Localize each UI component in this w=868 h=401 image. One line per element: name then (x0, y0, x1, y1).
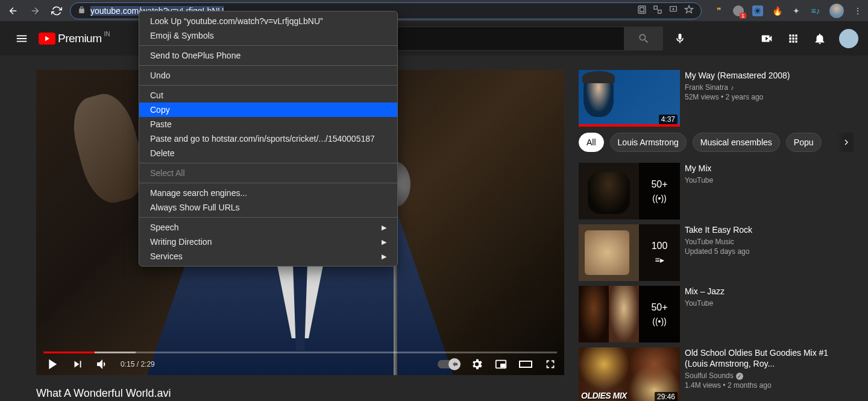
chip-ensembles[interactable]: Musical ensembles (693, 133, 780, 152)
related-title: Take It Easy Rock (685, 224, 854, 235)
play-button[interactable] (43, 356, 60, 373)
mix-count: 50+ (651, 302, 667, 313)
ctx-manage-search[interactable]: Manage search engines... (139, 186, 397, 200)
thumbnail: 100 ≡▸ (579, 224, 680, 281)
apps-button[interactable] (786, 31, 800, 46)
profile-avatar[interactable] (829, 4, 844, 18)
duration-badge: 4:37 (659, 115, 678, 124)
browser-menu-icon[interactable]: ⋮ (852, 5, 863, 16)
ctx-paste-go[interactable]: Paste and go to hotstar.com/in/sports/cr… (139, 131, 397, 146)
ctx-select-all[interactable]: Select All (139, 166, 397, 180)
theater-button[interactable] (518, 357, 533, 371)
install-icon[interactable] (668, 5, 678, 17)
playlist-icon: ≡▸ (655, 255, 664, 265)
player-controls: 0:15 / 2:29 (36, 353, 564, 375)
duration-badge: 29:46 (655, 392, 678, 401)
reload-button[interactable] (48, 2, 65, 19)
related-video[interactable]: 4:37 My Way (Remastered 2008) Frank Sina… (579, 70, 854, 127)
ctx-separator (139, 85, 397, 86)
ctx-separator (139, 183, 397, 183)
search-button[interactable] (624, 27, 663, 51)
thumbnail: 50+ ((•)) (579, 286, 680, 343)
related-title: My Mix (685, 163, 854, 174)
miniplayer-button[interactable] (494, 358, 508, 371)
ctx-undo[interactable]: Undo (139, 68, 397, 83)
back-button[interactable] (5, 2, 22, 19)
submenu-arrow-icon: ▶ (382, 253, 386, 260)
account-avatar[interactable] (839, 29, 858, 48)
create-button[interactable] (760, 31, 774, 46)
related-meta: 1.4M views • 2 months ago (685, 381, 854, 390)
reader-icon[interactable] (637, 5, 647, 17)
chip-popular[interactable]: Popu (786, 133, 822, 152)
related-title: My Way (Remastered 2008) (685, 70, 854, 81)
verified-icon: ✓ (736, 373, 743, 380)
notifications-button[interactable] (813, 31, 827, 46)
ctx-delete[interactable]: Delete (139, 146, 397, 160)
ext-icon-5[interactable]: ≡♪ (810, 5, 821, 16)
chips-next-button[interactable] (837, 133, 854, 152)
related-title: Mix – Jazz (685, 286, 854, 297)
watch-progress (579, 124, 680, 127)
svg-rect-6 (501, 364, 505, 367)
submenu-arrow-icon: ▶ (382, 224, 386, 232)
submenu-arrow-icon: ▶ (382, 238, 386, 246)
chip-artist[interactable]: Louis Armstrong (610, 133, 687, 152)
ctx-send-to[interactable]: Send to OnePlus Phone (139, 48, 397, 63)
related-video[interactable]: 100 ≡▸ Take It Easy Rock YouTube Music U… (579, 224, 854, 281)
svg-rect-7 (520, 361, 532, 367)
bookmark-icon[interactable] (684, 5, 694, 17)
ext-icon-1[interactable]: ❞ (714, 5, 725, 16)
ctx-emoji[interactable]: Emoji & Symbols (139, 28, 397, 43)
related-channel: YouTube Music (685, 238, 854, 246)
playlist-overlay: 100 ≡▸ (639, 224, 680, 281)
forward-button[interactable] (27, 2, 43, 19)
ctx-writing-dir[interactable]: Writing Direction▶ (139, 235, 397, 249)
ext-icon-2[interactable]: 1 (733, 5, 744, 16)
time-display: 0:15 / 2:29 (121, 360, 155, 368)
ext-icon-4[interactable]: 🔥 (772, 5, 782, 16)
related-meta: Updated 5 days ago (685, 247, 854, 256)
voice-search-button[interactable] (668, 27, 692, 51)
chip-all[interactable]: All (579, 133, 604, 152)
mix-icon: ((•)) (652, 194, 667, 203)
ctx-full-urls[interactable]: Always Show Full URLs (139, 200, 397, 215)
related-video[interactable]: OLDIES MIX 29:46 Old School Oldies But G… (579, 347, 854, 401)
ctx-paste[interactable]: Paste (139, 117, 397, 131)
ctx-speech[interactable]: Speech▶ (139, 220, 397, 235)
ctx-services[interactable]: Services▶ (139, 249, 397, 264)
related-meta: 52M views • 2 years ago (685, 93, 854, 101)
svg-rect-0 (638, 6, 646, 13)
youtube-play-icon (39, 33, 55, 45)
playlist-count: 100 (652, 241, 668, 251)
youtube-logo[interactable]: Premium IN (39, 32, 102, 45)
extensions-icon[interactable]: ✦ (791, 5, 802, 16)
svg-rect-2 (654, 6, 657, 9)
svg-rect-3 (658, 10, 661, 13)
related-sidebar: 4:37 My Way (Remastered 2008) Frank Sina… (579, 70, 854, 401)
thumbnail-text: OLDIES MIX (581, 391, 627, 400)
related-video[interactable]: 50+ ((•)) My Mix YouTube (579, 163, 854, 219)
ctx-cut[interactable]: Cut (139, 88, 397, 103)
thumbnail: 4:37 (579, 70, 680, 127)
svg-rect-1 (640, 7, 644, 11)
video-title: What A Wonderful World.avi (36, 387, 564, 400)
volume-button[interactable] (95, 357, 110, 371)
ctx-lookup[interactable]: Look Up “youtube.com/watch?v=vLrfjqgLbNU… (139, 14, 397, 28)
mix-overlay: 50+ ((•)) (639, 286, 680, 343)
related-channel: Frank Sinatra♪ (685, 83, 854, 92)
settings-button[interactable] (470, 358, 483, 371)
ctx-copy[interactable]: Copy (139, 103, 397, 117)
next-button[interactable] (71, 358, 84, 371)
guide-menu-button[interactable] (10, 27, 34, 51)
fullscreen-button[interactable] (544, 358, 557, 371)
mix-count: 50+ (651, 179, 667, 190)
related-title: Old School Oldies But Goodies Mix #1 (Lo… (685, 347, 854, 369)
context-menu: Look Up “youtube.com/watch?v=vLrfjqgLbNU… (139, 11, 398, 267)
autoplay-toggle[interactable] (438, 360, 459, 368)
ext-icon-3[interactable]: ✳ (752, 5, 763, 16)
mix-overlay: 50+ ((•)) (639, 163, 680, 219)
translate-icon[interactable] (653, 5, 662, 17)
mix-icon: ((•)) (652, 317, 667, 326)
related-video[interactable]: 50+ ((•)) Mix – Jazz YouTube (579, 286, 854, 343)
